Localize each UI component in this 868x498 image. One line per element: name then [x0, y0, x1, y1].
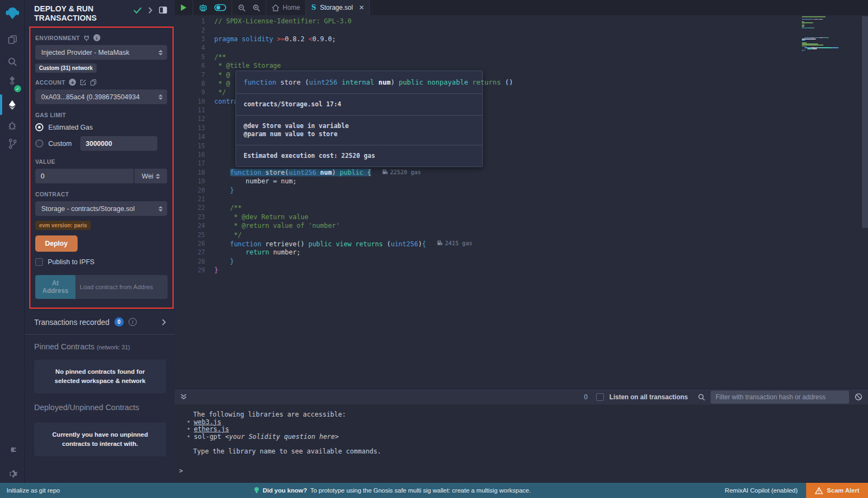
code-line[interactable]: 1// SPDX-License-Identifier: GPL-3.0 — [175, 17, 868, 25]
code-token: number = num; — [214, 177, 297, 185]
value-unit-select[interactable]: Wei — [134, 169, 167, 183]
code-line[interactable]: 6 * @title Storage — [175, 61, 868, 70]
at-address-button[interactable]: At Address — [35, 275, 75, 299]
tooltip-doc-dev: @dev Store value in variable — [244, 122, 475, 130]
terminal-output[interactable]: The following libraries are accessible:•… — [175, 405, 868, 483]
pin-panel-icon[interactable] — [159, 7, 167, 14]
environment-select[interactable]: Injected Provider - MetaMask — [35, 45, 167, 60]
run-script-play-icon[interactable] — [180, 4, 187, 11]
code-line[interactable]: 21 — [175, 195, 868, 203]
plugin-manager-icon[interactable] — [0, 440, 24, 459]
close-tab-icon[interactable]: ✕ — [359, 4, 364, 11]
git-icon[interactable] — [0, 135, 24, 153]
copilot-status[interactable]: RemixAI Copilot (enabled) — [725, 487, 797, 494]
code-line[interactable]: 26 function retrieve() public view retur… — [175, 239, 868, 248]
line-number: 18 — [175, 169, 205, 176]
deploy-button[interactable]: Deploy — [35, 235, 78, 252]
code-token: * @ — [214, 80, 230, 87]
code-line[interactable]: 2 — [175, 25, 868, 34]
line-number: 4 — [175, 44, 205, 52]
code-line[interactable]: 25 */ — [175, 230, 868, 239]
line-content: */ — [205, 88, 226, 96]
custom-gas-option[interactable]: Custom — [35, 136, 167, 151]
listen-all-transactions-checkbox[interactable] — [596, 393, 604, 401]
code-token: function — [244, 78, 276, 86]
expand-terminal-icon[interactable] — [180, 393, 187, 400]
code-line[interactable]: 22 /** — [175, 203, 868, 212]
load-contract-address-input[interactable] — [75, 275, 168, 299]
code-token: uint256 — [309, 78, 337, 86]
code-token: public — [340, 169, 367, 176]
code-line[interactable]: 20 } — [175, 186, 868, 194]
terminal-text: <your Solidity question here> — [225, 433, 339, 440]
solidity-compiler-icon[interactable]: ✓ — [0, 73, 24, 91]
code-token: * @ — [214, 71, 230, 79]
terminal-link[interactable]: web3.js — [194, 418, 221, 426]
copy-address-icon[interactable] — [90, 79, 97, 86]
account-select[interactable]: 0xA03...85ac4 (0.398673504934 — [35, 90, 167, 104]
zoom-in-icon[interactable] — [252, 4, 260, 12]
code-line[interactable]: 4 — [175, 43, 868, 52]
publish-ipfs-checkbox[interactable] — [35, 258, 43, 266]
terminal-line: •ethers.js — [175, 426, 868, 433]
line-number: 14 — [175, 133, 205, 141]
transactions-info-icon[interactable]: i — [129, 318, 137, 326]
scam-alert-button[interactable]: Scam Alert — [806, 483, 868, 498]
code-line[interactable]: 5/** — [175, 53, 868, 61]
line-number: 15 — [175, 142, 205, 150]
search-icon[interactable] — [0, 52, 24, 71]
clear-terminal-icon[interactable] — [854, 393, 863, 401]
settings-gear-icon[interactable] — [0, 464, 24, 483]
remix-logo-icon[interactable] — [0, 3, 24, 24]
file-explorer-icon[interactable] — [0, 30, 24, 49]
terminal-prompt[interactable]: > — [175, 467, 868, 475]
code-line[interactable]: 28 } — [175, 257, 868, 266]
environment-info-icon[interactable]: i — [93, 34, 100, 41]
chevron-right-icon[interactable] — [148, 7, 152, 14]
contract-select[interactable]: Storage - contracts/Storage.sol — [35, 201, 167, 216]
tab-storage-sol[interactable]: S Storage.sol ✕ — [306, 0, 370, 15]
minimap-segment — [802, 16, 826, 17]
network-badge: Custom (31) network — [35, 63, 97, 73]
line-content: pragma solidity >=0.8.2 <0.9.0; — [205, 35, 336, 43]
code-line[interactable]: 23 * @dev Return value — [175, 213, 868, 221]
select-arrows-icon — [158, 206, 163, 212]
code-line[interactable]: 29} — [175, 266, 868, 274]
custom-gas-radio[interactable] — [35, 139, 43, 148]
publish-ipfs-row[interactable]: Publish to IPFS — [35, 258, 167, 266]
transactions-expand-icon[interactable] — [162, 319, 166, 325]
code-token: * @return value of 'number' — [214, 222, 340, 229]
value-input[interactable] — [35, 169, 133, 183]
editor-scrollbar[interactable] — [862, 16, 868, 228]
estimated-gas-radio[interactable] — [35, 123, 43, 131]
line-content: * @title Storage — [205, 62, 281, 69]
ai-copilot-robot-icon[interactable] — [199, 3, 208, 12]
debugger-icon[interactable] — [0, 116, 24, 135]
deploy-and-run-icon[interactable] — [0, 95, 24, 114]
line-number: 21 — [175, 195, 205, 203]
code-line[interactable]: 3pragma solidity >=0.8.2 <0.9.0; — [175, 35, 868, 43]
terminal-link[interactable]: ethers.js — [194, 425, 229, 433]
estimated-gas-option[interactable]: Estimated Gas — [35, 123, 167, 131]
code-line[interactable]: 19 number = num; — [175, 177, 868, 186]
plug-icon[interactable] — [84, 35, 90, 41]
transaction-filter-input[interactable] — [711, 391, 849, 404]
line-number: 16 — [175, 151, 205, 158]
terminal-text: The following libraries are accessible: — [193, 411, 346, 418]
sign-message-icon[interactable] — [80, 79, 86, 86]
code-token: // SPDX-License-Identifier: GPL-3.0 — [214, 17, 352, 25]
code-token: () — [501, 78, 513, 86]
git-init-status[interactable]: Initialize as git repo — [7, 487, 60, 494]
terminal-tx-count: 0 — [584, 393, 588, 401]
home-tab[interactable]: Home — [272, 4, 300, 11]
custom-gas-input[interactable] — [80, 136, 157, 151]
code-line[interactable]: 18 function store(uint256 num) public {2… — [175, 168, 868, 177]
code-line[interactable]: 24 * @return value of 'number' — [175, 221, 868, 230]
code-line[interactable]: 27 return number; — [175, 248, 868, 257]
copilot-toggle-icon[interactable] — [214, 4, 226, 11]
line-number: 3 — [175, 35, 205, 43]
add-account-icon[interactable]: + — [69, 79, 76, 86]
editor-minimap[interactable] — [801, 16, 860, 52]
code-editor[interactable]: 1// SPDX-License-Identifier: GPL-3.023pr… — [175, 15, 868, 388]
zoom-out-icon[interactable] — [238, 4, 246, 12]
